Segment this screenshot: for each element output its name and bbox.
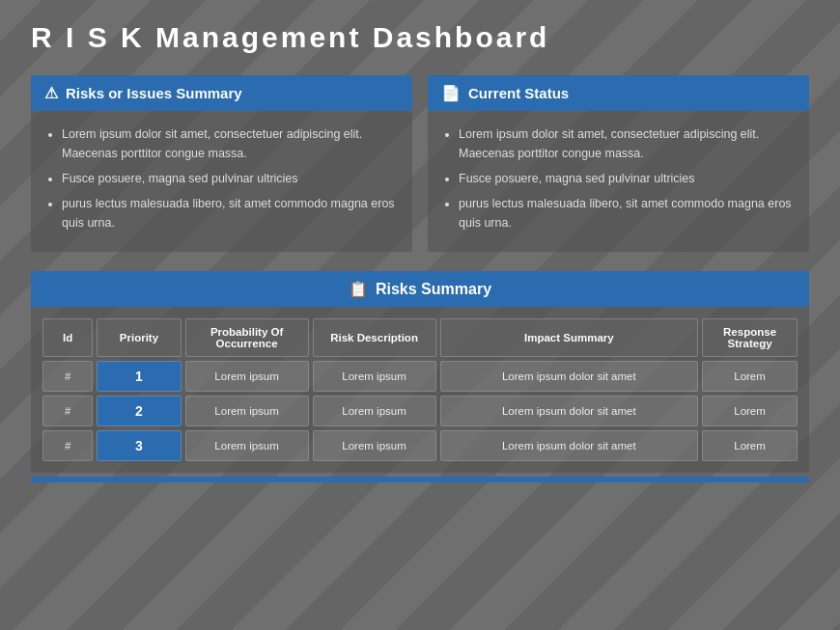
risks-summary-title: Risks Summary	[376, 281, 491, 298]
cell-priority: 2	[97, 396, 181, 426]
risks-summary-header: 📋 Risks Summary	[31, 271, 809, 307]
top-panels: ⚠ Risks or Issues Summary Lorem ipsum do…	[31, 75, 809, 252]
cell-probability: Lorem ipsum	[185, 430, 309, 461]
risks-issues-label: Risks or Issues Summary	[66, 85, 242, 101]
current-status-header: 📄 Current Status	[428, 75, 809, 111]
warning-icon: ⚠	[44, 84, 58, 102]
cell-id: #	[42, 361, 93, 392]
col-header-impact: Impact Summary	[440, 318, 699, 357]
risks-issues-body: Lorem ipsum dolor sit amet, consectetuer…	[31, 111, 412, 252]
cell-priority: 3	[97, 430, 181, 461]
cell-id: #	[42, 430, 93, 461]
risks-issues-list: Lorem ipsum dolor sit amet, consectetuer…	[46, 124, 397, 233]
table-row: #1Lorem ipsumLorem ipsumLorem ipsum dolo…	[42, 361, 798, 392]
current-status-panel: 📄 Current Status Lorem ipsum dolor sit a…	[428, 75, 809, 252]
cell-probability: Lorem ipsum	[185, 396, 309, 426]
document-icon: 📄	[441, 84, 461, 102]
col-header-probability: Probability Of Occurrence	[185, 318, 309, 357]
cell-description: Lorem ipsum	[313, 430, 436, 461]
col-header-description: Risk Description	[313, 318, 436, 357]
cell-response: Lorem	[702, 396, 798, 426]
cell-description: Lorem ipsum	[313, 361, 436, 392]
list-item: Fusce posuere, magna sed pulvinar ultric…	[459, 169, 794, 188]
table-row: #2Lorem ipsumLorem ipsumLorem ipsum dolo…	[42, 396, 798, 426]
table-row: #3Lorem ipsumLorem ipsumLorem ipsum dolo…	[42, 430, 798, 461]
clipboard-icon: 📋	[349, 280, 368, 298]
cell-probability: Lorem ipsum	[185, 361, 309, 392]
cell-response: Lorem	[702, 430, 798, 461]
table-header-row: Id Priority Probability Of Occurrence Ri…	[42, 318, 798, 357]
cell-id: #	[42, 396, 93, 426]
cell-impact: Lorem ipsum dolor sit amet	[440, 396, 699, 426]
cell-impact: Lorem ipsum dolor sit amet	[440, 361, 699, 392]
bottom-bar	[31, 477, 809, 482]
risks-summary-section: 📋 Risks Summary Id Priority Probability …	[31, 271, 809, 473]
current-status-list: Lorem ipsum dolor sit amet, consectetuer…	[443, 124, 794, 233]
col-header-response: Response Strategy	[702, 318, 798, 357]
cell-response: Lorem	[702, 361, 798, 392]
cell-priority: 1	[97, 361, 181, 392]
risk-table: Id Priority Probability Of Occurrence Ri…	[31, 307, 809, 473]
cell-impact: Lorem ipsum dolor sit amet	[440, 430, 699, 461]
cell-description: Lorem ipsum	[313, 396, 436, 426]
list-item: Lorem ipsum dolor sit amet, consectetuer…	[459, 124, 794, 163]
current-status-body: Lorem ipsum dolor sit amet, consectetuer…	[428, 111, 809, 252]
col-header-id: Id	[42, 318, 93, 357]
current-status-label: Current Status	[468, 85, 569, 101]
list-item: Lorem ipsum dolor sit amet, consectetuer…	[62, 124, 397, 163]
list-item: purus lectus malesuada libero, sit amet …	[62, 194, 397, 233]
list-item: purus lectus malesuada libero, sit amet …	[459, 194, 794, 233]
col-header-priority: Priority	[97, 318, 181, 357]
page-title: R I S K Management Dashboard	[31, 21, 809, 54]
list-item: Fusce posuere, magna sed pulvinar ultric…	[62, 169, 397, 188]
risks-issues-header: ⚠ Risks or Issues Summary	[31, 75, 412, 111]
risks-issues-panel: ⚠ Risks or Issues Summary Lorem ipsum do…	[31, 75, 412, 252]
